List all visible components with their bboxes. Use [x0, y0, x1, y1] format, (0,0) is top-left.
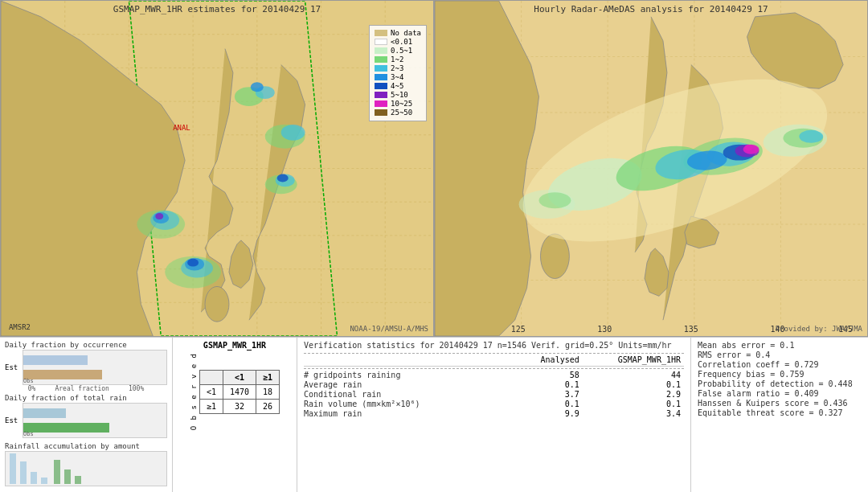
legend-item-0: <0.01 — [375, 38, 421, 46]
right-map-panel: Hourly Radar-AMeDAS analysis for 2014042… — [434, 0, 868, 337]
stat-equitable-threat: Equitable threat score = 0.327 — [698, 408, 862, 417]
legend-label-7: 10~25 — [391, 100, 412, 108]
ct-row-label-ge1: ≥1 — [199, 399, 223, 413]
legend-item-3: 2~3 — [375, 64, 421, 72]
verif-label-3: Rain volume (mm×km²×10⁶) — [304, 400, 488, 408]
ct-val-ge1-ge1: 26 — [256, 399, 280, 413]
stat-correlation: Correlation coeff = 0.729 — [698, 360, 862, 369]
legend-item-4: 3~4 — [375, 73, 421, 81]
verif-val1-3: 0.1 — [488, 400, 589, 408]
accum-bar-5 — [54, 460, 60, 484]
legend-item-1: 0.5~1 — [375, 47, 421, 55]
observed-label: O b s e r v e d — [190, 353, 198, 430]
accum-bar-1 — [10, 453, 16, 484]
accum-bar-2 — [20, 461, 27, 484]
legend-color-1 — [375, 47, 387, 54]
chart-occurrence-block: Daily fraction by occurrence Est Obs 0% … — [5, 341, 167, 392]
verif-header-gsmap: GSMAP_MWR_1HR — [589, 355, 684, 364]
chart-rain-title: Daily fraction of total rain — [5, 394, 167, 402]
chart-accum-block: Rainfall accumulation by amount — [5, 442, 167, 489]
right-map-svg: 45 40 35 30 25 20 125 130 135 140 145 — [435, 1, 867, 336]
verif-val2-2: 2.9 — [589, 390, 684, 399]
stat-rms: RMS error = 0.4 — [698, 351, 862, 359]
obs-bar-rain — [23, 423, 109, 433]
svg-point-37 — [155, 213, 163, 219]
stat-hanssen-kuipers: Hanssen & Kuipers score = 0.436 — [698, 399, 862, 408]
legend-item-8: 25~50 — [375, 109, 421, 117]
verif-row-4: Maximum rain 9.9 3.4 — [304, 409, 684, 418]
legend-color-7 — [375, 100, 387, 107]
ct-val-lt1-ge1: 18 — [256, 384, 280, 399]
svg-text:ANAL: ANAL — [173, 124, 190, 132]
legend-color-8 — [375, 109, 387, 116]
legend-item-6: 5~10 — [375, 91, 421, 99]
verif-label-4: Maximum rain — [304, 409, 488, 418]
legend-label-6: 5~10 — [391, 91, 408, 99]
rain-fraction-chart: Obs — [23, 403, 167, 438]
accum-bar-4 — [41, 478, 47, 484]
svg-text:AMSR2: AMSR2 — [9, 323, 31, 331]
bottom-row: Daily fraction by occurrence Est Obs 0% … — [0, 338, 868, 492]
legend-color-5 — [375, 83, 387, 89]
left-map-panel: GSMAP_MWR_1HR estimates for 20140429 17 … — [0, 0, 434, 337]
legend-item-nodata: No data — [375, 29, 421, 37]
legend-item-5: 4~5 — [375, 82, 421, 90]
svg-point-81 — [539, 192, 571, 208]
obs-label-rain: Obs — [23, 431, 34, 437]
legend-label-5: 4~5 — [391, 82, 403, 90]
accum-bar-6 — [64, 469, 71, 484]
accumulation-chart — [5, 451, 167, 486]
legend-label-2: 1~2 — [391, 55, 403, 64]
ct-header-ge1: ≥1 — [256, 370, 280, 384]
svg-point-41 — [187, 259, 199, 267]
svg-point-79 — [799, 130, 823, 143]
legend-color-nodata — [375, 30, 387, 36]
verif-header: Analysed GSMAP_MWR_1HR — [304, 355, 684, 367]
main-container: GSMAP_MWR_1HR estimates for 20140429 17 … — [0, 0, 868, 492]
svg-text:130: 130 — [597, 325, 612, 334]
est-label2: Est — [5, 416, 21, 424]
left-map-subtitle: NOAA-19/AMSU-A/MHS — [350, 325, 428, 333]
verif-header-analysed: Analysed — [488, 355, 589, 364]
ct-row-ge1: ≥1 32 26 — [199, 399, 279, 413]
stats-section: Mean abs error = 0.1 RMS error = 0.4 Cor… — [691, 338, 868, 492]
svg-point-76 — [745, 145, 753, 151]
accum-bar-3 — [31, 472, 37, 484]
contingency-wrapper: O b s e r v e d <1 ≥1 <1 1470 18 — [190, 353, 280, 430]
verif-label-0: # gridpoints raining — [304, 371, 488, 379]
stat-mean-abs: Mean abs error = 0.1 — [698, 341, 862, 350]
chart-occurrence-title: Daily fraction by occurrence — [5, 341, 167, 349]
legend-label-8: 25~50 — [391, 109, 412, 117]
svg-point-65 — [541, 234, 570, 279]
legend-label-3: 2~3 — [391, 64, 403, 72]
svg-point-33 — [277, 174, 289, 182]
verif-val1-0: 58 — [488, 371, 589, 379]
ct-header-lt1: <1 — [223, 370, 256, 384]
legend-label-4: 3~4 — [391, 73, 403, 81]
contingency-table: <1 ≥1 <1 1470 18 ≥1 32 26 — [199, 370, 280, 414]
verif-row-2: Conditional rain 3.7 2.9 — [304, 390, 684, 399]
verif-label-2: Conditional rain — [304, 390, 488, 399]
stat-freq-bias: Frequency bias = 0.759 — [698, 370, 862, 379]
verif-val1-2: 3.7 — [488, 390, 589, 399]
verification-section: Verification statistics for 20140429 17 … — [297, 338, 691, 492]
ct-val-lt1-lt1: 1470 — [223, 384, 256, 399]
est-bar-rain — [23, 408, 66, 418]
right-map-title: Hourly Radar-AMeDAS analysis for 2014042… — [534, 4, 768, 14]
legend-color-6 — [375, 92, 387, 98]
verif-val2-4: 3.4 — [589, 409, 684, 418]
svg-point-30 — [281, 125, 305, 141]
contingency-title: GSMAP_MWR_1HR — [203, 341, 266, 350]
svg-text:135: 135 — [684, 325, 698, 334]
svg-text:125: 125 — [511, 325, 526, 334]
legend-color-0 — [375, 39, 387, 45]
est-label1: Est — [5, 363, 21, 371]
ct-row-lt1: <1 1470 18 — [199, 384, 279, 399]
verif-title: Verification statistics for 20140429 17 … — [304, 341, 684, 350]
stat-false-alarm: False alarm ratio = 0.409 — [698, 389, 862, 398]
stat-prob-detection: Probability of detection = 0.448 — [698, 379, 862, 388]
legend-color-3 — [375, 65, 387, 72]
legend-label-nodata: No data — [391, 29, 421, 37]
verif-label-1: Average rain — [304, 380, 488, 389]
legend-box: No data <0.01 0.5~1 1~2 2~3 — [369, 25, 427, 121]
